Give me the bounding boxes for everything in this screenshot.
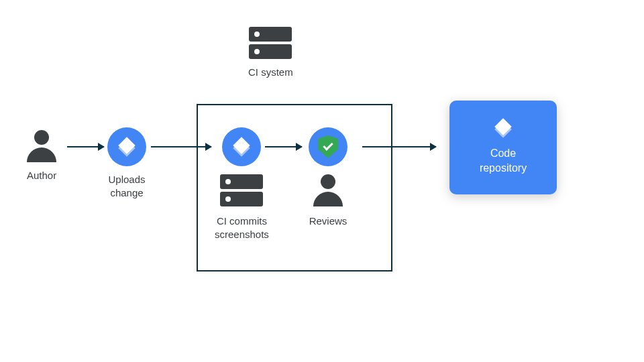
reviews-label: Reviews [309,215,347,228]
upload-change-icon [107,127,146,166]
arrow-icon [151,146,211,147]
code-repository-box: Code repository [449,101,557,194]
ci-commits-label: CI commits screenshots [215,215,269,242]
uploads-change-label: Uploads change [108,173,145,200]
person-icon [313,174,343,206]
review-shield-icon [309,127,347,166]
arrow-icon [67,146,104,147]
layers-icon [494,119,512,137]
author-label: Author [27,169,56,182]
server-icon [220,174,263,206]
ci-commit-icon [222,127,261,166]
person-icon [27,130,56,162]
arrow-icon [265,146,302,147]
ci-system-label: CI system [248,66,293,79]
server-icon [249,27,292,59]
arrow-icon [362,146,436,147]
code-repository-label: Code repository [480,146,527,175]
